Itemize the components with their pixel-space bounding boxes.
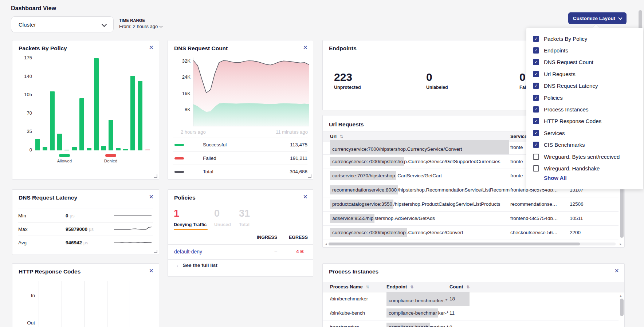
scroll-left-icon[interactable]: ◄ xyxy=(325,243,327,246)
bar-allowed xyxy=(64,150,69,150)
scroll-up-icon[interactable]: ▲ xyxy=(619,294,622,298)
y-axis-label: 140 xyxy=(24,74,32,79)
column-header-service[interactable]: Service xyxy=(510,134,527,139)
widget-title: Url Requests xyxy=(329,121,364,128)
column-header-count[interactable]: Count ⇅ xyxy=(449,284,470,289)
menu-item-url-requests[interactable]: ✓Url Requests xyxy=(526,68,643,80)
customize-layout-button[interactable]: Customize Layout xyxy=(568,12,627,24)
close-icon[interactable]: ✕ xyxy=(614,267,619,274)
table-row[interactable]: /bin/kube-benchcompliance-benchmarker-*1… xyxy=(323,306,619,320)
gridline xyxy=(62,281,62,327)
vertical-scrollbar[interactable] xyxy=(620,183,624,238)
see-full-list-link[interactable]: →See the full list xyxy=(174,263,217,268)
resize-handle[interactable] xyxy=(154,174,157,178)
count-cell: 18 xyxy=(449,292,455,306)
column-header-egress: EGRESS xyxy=(284,235,308,240)
checkbox-checked-icon[interactable]: ✓ xyxy=(533,83,539,89)
url-text: p.CurrencyService/GetSupportedCurrencies xyxy=(404,159,500,164)
menu-item-label: Services xyxy=(544,130,565,136)
widget-title: DNS Request Latency xyxy=(19,194,77,201)
view-scope-select[interactable]: Cluster xyxy=(11,16,114,32)
gridline xyxy=(84,281,85,327)
y-axis-label: 0 xyxy=(30,147,32,153)
checkbox-checked-icon[interactable]: ✓ xyxy=(533,118,539,124)
count-cell: 9 xyxy=(449,320,452,327)
arrow-right-icon: → xyxy=(174,263,179,268)
column-header-url[interactable]: Url ⇅ xyxy=(330,134,343,139)
checkbox-checked-icon[interactable]: ✓ xyxy=(533,47,539,54)
menu-item-dns-request-latency[interactable]: ✓DNS Request Latency xyxy=(526,80,643,92)
resize-handle[interactable] xyxy=(154,250,157,253)
column-label: Service xyxy=(510,134,527,139)
menu-item-policies[interactable]: ✓Policies xyxy=(526,92,643,103)
menu-item-label: DNS Request Count xyxy=(544,59,593,65)
bar-allowed xyxy=(57,134,62,150)
menu-item-wireguard-handshake[interactable]: Wireguard. Handshake xyxy=(526,162,643,174)
table-row[interactable]: adservice:9555/hipstershop.AdService/Get… xyxy=(323,211,619,226)
bar-allowed xyxy=(50,91,55,150)
legend-swatch xyxy=(174,171,184,173)
sort-icon: ⇅ xyxy=(340,134,343,139)
menu-item-cis-benchmarks[interactable]: ✓CIS Benchmarks xyxy=(526,139,643,151)
ingress-value: – xyxy=(259,249,277,254)
checkbox-checked-icon[interactable]: ✓ xyxy=(533,71,539,77)
metric-unit: μs xyxy=(83,240,88,245)
widget-dns-request-count: DNS Request Count ✕ 32K24K16K8K xyxy=(168,40,313,180)
policies-tab-total[interactable]: 31Total xyxy=(239,208,250,227)
horizontal-scrollbar[interactable] xyxy=(329,243,580,245)
url-cell: adservice:9555/hipstershop.AdService/Get… xyxy=(330,211,510,225)
policy-name-link[interactable]: default-deny xyxy=(174,249,202,255)
bar-allowed xyxy=(116,148,121,150)
service-cell: recommendationse… xyxy=(510,197,565,211)
checkbox-checked-icon[interactable]: ✓ xyxy=(533,142,539,148)
table-row[interactable]: benchmarkercompliance-benchmarker-*9 xyxy=(323,320,619,327)
close-icon[interactable]: ✕ xyxy=(149,44,154,51)
bar-allowed xyxy=(43,147,47,150)
checkbox-checked-icon[interactable]: ✓ xyxy=(533,106,539,113)
vertical-scrollbar[interactable] xyxy=(620,299,624,316)
widget-dns-request-latency: DNS Request Latency ✕ Min0μsMax95879000μ… xyxy=(12,189,159,255)
table-row[interactable]: /bin/benchmarkercompliance-benchmarker-*… xyxy=(323,292,619,306)
table-row[interactable]: currencyservice:7000/hipstershop.Currenc… xyxy=(323,225,619,240)
y-axis-label: 8K xyxy=(185,107,191,112)
latency-row-min: Min0μs xyxy=(18,209,153,222)
menu-item-endpoints[interactable]: ✓Endpoints xyxy=(526,44,643,56)
customize-layout-label: Customize Layout xyxy=(573,16,615,21)
checkbox-checked-icon[interactable]: ✓ xyxy=(533,130,539,136)
policies-tab-denying-traffic[interactable]: 1Denying Traffic xyxy=(174,208,207,227)
menu-item-http-response-codes[interactable]: ✓HTTP Response Codes xyxy=(526,115,643,127)
close-icon[interactable]: ✕ xyxy=(303,44,308,51)
resize-handle[interactable] xyxy=(308,174,311,178)
close-icon[interactable]: ✕ xyxy=(149,193,154,200)
service-cell: frontend-5fc5754db… xyxy=(510,211,565,225)
checkbox-unchecked-icon[interactable] xyxy=(533,165,539,172)
policies-tab-unused[interactable]: 0Unused xyxy=(214,208,231,227)
x-axis-label-right: 11 minutes ago xyxy=(276,129,308,135)
checkbox-unchecked-icon[interactable] xyxy=(533,154,539,160)
metric-value: 946942 xyxy=(66,240,82,245)
table-row[interactable]: productcatalogservice:3550/hipstershop.P… xyxy=(323,197,619,212)
sort-icon: ⇅ xyxy=(366,285,369,289)
endpoint-cell: compliance-benchmarker-* xyxy=(386,320,481,327)
widget-policies: Policies ✕ 1Denying Traffic0Unused31Tota… xyxy=(168,189,313,277)
scroll-right-icon[interactable]: ► xyxy=(619,243,622,246)
legend-value: 304,686 xyxy=(290,169,307,174)
menu-item-wireguard-bytes-sent-received[interactable]: Wireguard. Bytes sent/received xyxy=(526,151,643,162)
column-header-process-name[interactable]: Process Name ⇅ xyxy=(330,284,369,289)
checkbox-checked-icon[interactable]: ✓ xyxy=(533,36,539,42)
url-cell: recommendationservice:8080/hipstershop.R… xyxy=(330,183,510,197)
bar-allowed xyxy=(35,139,40,150)
column-header-endpoint[interactable]: Endpoint ⇅ xyxy=(386,284,413,289)
menu-item-packets-by-policy[interactable]: ✓Packets By Policy xyxy=(526,33,643,44)
service-cell: checkoutservice-56… xyxy=(510,225,565,240)
menu-item-services[interactable]: ✓Services xyxy=(526,127,643,139)
menu-item-label: CIS Benchmarks xyxy=(544,142,585,148)
close-icon[interactable]: ✕ xyxy=(303,193,308,200)
checkbox-checked-icon[interactable]: ✓ xyxy=(533,95,539,101)
menu-item-dns-request-count[interactable]: ✓DNS Request Count xyxy=(526,56,643,68)
time-range-value[interactable]: From: 2 hours ago xyxy=(119,24,162,29)
legend-swatch xyxy=(105,154,116,157)
menu-item-process-instances[interactable]: ✓Process Instances xyxy=(526,103,643,115)
checkbox-checked-icon[interactable]: ✓ xyxy=(533,59,539,65)
show-all-link[interactable]: Show All xyxy=(544,175,567,181)
